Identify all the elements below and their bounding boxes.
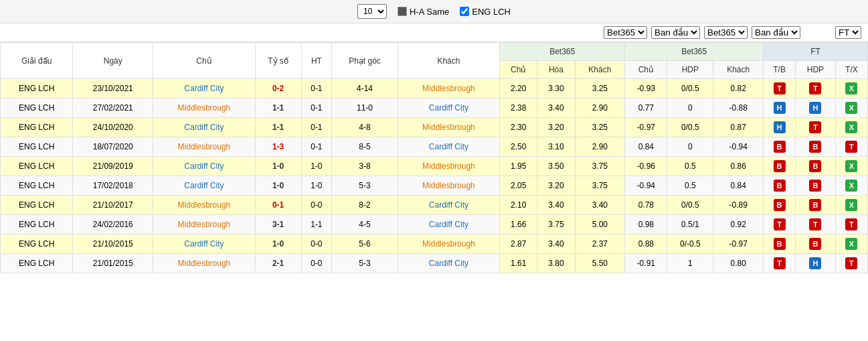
ban-dau-select-1[interactable]: Ban đầu: [651, 26, 700, 39]
odds-3-cell: 5.50: [575, 254, 625, 273]
header-khach-hdp: Khách: [713, 61, 764, 79]
count-select[interactable]: 10 5 15 20 25: [357, 4, 387, 19]
ft-tb-cell: T: [764, 215, 796, 234]
ht-cell: 0-0: [301, 234, 332, 254]
away-cell[interactable]: Cardiff City: [398, 98, 499, 118]
ft-tb-badge: T: [774, 82, 786, 94]
away-cell[interactable]: Middlesbrough: [398, 234, 499, 254]
hdp-3-cell: 0.92: [713, 215, 764, 234]
date-cell: 24/02/2016: [73, 215, 153, 234]
away-cell[interactable]: Middlesbrough: [398, 176, 499, 196]
ft-hdp-cell: B: [796, 137, 836, 157]
header-ht: HT: [301, 43, 332, 79]
odds-3-cell: 2.90: [575, 98, 625, 118]
header-giai-dau: Giải đấu: [1, 43, 73, 79]
ft-tb-cell: T: [764, 79, 796, 98]
home-cell[interactable]: Middlesbrough: [153, 254, 255, 273]
ft-tx-badge: T: [845, 141, 857, 153]
ft-select[interactable]: FT: [835, 26, 861, 39]
odds-3-cell: 2.90: [575, 137, 625, 157]
home-cell[interactable]: Middlesbrough: [153, 137, 255, 157]
home-cell[interactable]: Middlesbrough: [153, 196, 255, 215]
hdp-1-cell: 0.84: [625, 137, 667, 157]
hdp-3-cell: 0.87: [713, 118, 764, 137]
odds-3-cell: 3.40: [575, 196, 625, 215]
away-cell[interactable]: Middlesbrough: [398, 79, 499, 98]
header-bet365-group-2: Bet365: [625, 43, 764, 61]
score-cell: 1-3: [255, 137, 301, 157]
date-cell: 21/10/2015: [73, 234, 153, 254]
home-cell[interactable]: Middlesbrough: [153, 98, 255, 118]
league-cell: ENG LCH: [1, 234, 73, 254]
hdp-3-cell: -0.89: [713, 196, 764, 215]
hdp-3-cell: -0.97: [713, 234, 764, 254]
ft-hdp-cell: H: [796, 254, 836, 273]
odds-1-cell: 2.30: [500, 118, 537, 137]
home-cell[interactable]: Cardiff City: [153, 176, 255, 196]
ft-tx-badge: T: [845, 218, 857, 230]
table-row: ENG LCH 27/02/2021 Middlesbrough 1-1 0-1…: [1, 98, 868, 118]
hdp-1-cell: -0.96: [625, 157, 667, 176]
ft-hdp-badge: H: [809, 257, 821, 269]
home-cell[interactable]: Cardiff City: [153, 157, 255, 176]
odds-1-cell: 2.10: [500, 196, 537, 215]
ft-hdp-badge: T: [809, 121, 821, 133]
away-cell[interactable]: Cardiff City: [398, 254, 499, 273]
table-row: ENG LCH 24/10/2020 Cardiff City 1-1 0-1 …: [1, 118, 868, 137]
hdp-1-cell: 0.88: [625, 234, 667, 254]
bet365-select-2[interactable]: Bet365: [704, 26, 748, 39]
hdp-3-cell: -0.94: [713, 137, 764, 157]
away-cell[interactable]: Cardiff City: [398, 215, 499, 234]
away-cell[interactable]: Cardiff City: [398, 137, 499, 157]
ft-tb-badge: B: [774, 199, 786, 211]
home-cell[interactable]: Cardiff City: [153, 118, 255, 137]
odds-2-cell: 3.40: [537, 196, 575, 215]
ht-cell: 0-1: [301, 98, 332, 118]
ft-hdp-badge: T: [809, 82, 821, 94]
hdp-3-cell: 0.80: [713, 254, 764, 273]
odds-1-cell: 1.95: [500, 157, 537, 176]
header-khach: Khách: [398, 43, 499, 79]
ft-hdp-badge: B: [809, 160, 821, 172]
home-cell[interactable]: Cardiff City: [153, 234, 255, 254]
ft-hdp-cell: B: [796, 157, 836, 176]
eng-lch-checkbox[interactable]: [460, 7, 469, 16]
ht-cell: 0-0: [301, 196, 332, 215]
odds-1-cell: 1.66: [500, 215, 537, 234]
ft-hdp-cell: B: [796, 196, 836, 215]
ft-tb-badge: H: [774, 102, 786, 114]
hdp-2-cell: 0.5: [667, 157, 713, 176]
bet365-select-1[interactable]: Bet365: [604, 26, 647, 39]
odds-2-cell: 3.75: [537, 215, 575, 234]
league-cell: ENG LCH: [1, 254, 73, 273]
hdp-2-cell: 0: [667, 137, 713, 157]
ha-same-label[interactable]: H-A Same: [398, 7, 449, 17]
date-cell: 21/10/2017: [73, 196, 153, 215]
odds-3-cell: 3.75: [575, 157, 625, 176]
ft-tb-cell: B: [764, 196, 796, 215]
away-cell[interactable]: Middlesbrough: [398, 157, 499, 176]
odds-3-cell: 3.25: [575, 79, 625, 98]
ft-tb-badge: H: [774, 121, 786, 133]
header-ft-group: FT: [764, 43, 868, 61]
away-cell[interactable]: Cardiff City: [398, 196, 499, 215]
odds-1-cell: 2.87: [500, 234, 537, 254]
ban-dau-select-2[interactable]: Ban đầu: [752, 26, 800, 39]
away-cell[interactable]: Middlesbrough: [398, 118, 499, 137]
home-cell[interactable]: Middlesbrough: [153, 215, 255, 234]
ft-tb-cell: B: [764, 234, 796, 254]
ft-tx-cell: X: [835, 234, 867, 254]
ft-tx-badge: X: [845, 121, 857, 133]
home-cell[interactable]: Cardiff City: [153, 79, 255, 98]
header-row-1: Giải đấu Ngày Chủ Tỷ số HT Phạt góc Khác…: [1, 43, 868, 61]
header-chu: Chủ: [153, 43, 255, 79]
eng-lch-label[interactable]: ENG LCH: [460, 7, 511, 17]
score-cell: 0-1: [255, 196, 301, 215]
table-row: ENG LCH 18/07/2020 Middlesbrough 1-3 0-1…: [1, 137, 868, 157]
date-cell: 21/09/2019: [73, 157, 153, 176]
odds-1-cell: 2.50: [500, 137, 537, 157]
hdp-1-cell: 0.98: [625, 215, 667, 234]
score-cell: 1-1: [255, 98, 301, 118]
header-tyso: Tỷ số: [255, 43, 301, 79]
ft-tx-cell: T: [835, 254, 867, 273]
